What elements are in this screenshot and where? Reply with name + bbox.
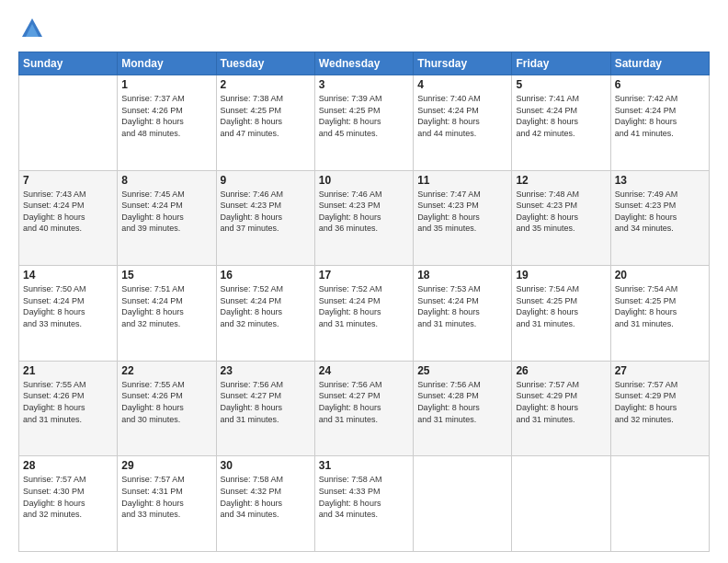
day-info: Sunrise: 7:57 AMSunset: 4:29 PMDaylight:…	[615, 379, 705, 425]
info-line: Daylight: 8 hours	[221, 498, 311, 510]
day-number: 25	[417, 364, 507, 377]
day-number: 3	[319, 78, 409, 91]
info-line: Sunrise: 7:48 AM	[516, 189, 606, 201]
info-line: and 45 minutes.	[319, 128, 409, 140]
info-line: Sunrise: 7:37 AM	[121, 93, 211, 105]
calendar-cell: 28Sunrise: 7:57 AMSunset: 4:30 PMDayligh…	[19, 456, 118, 552]
calendar-cell: 5Sunrise: 7:41 AMSunset: 4:24 PMDaylight…	[512, 75, 610, 171]
info-line: and 30 minutes.	[121, 414, 211, 426]
day-info: Sunrise: 7:54 AMSunset: 4:25 PMDaylight:…	[615, 283, 705, 329]
info-line: and 47 minutes.	[221, 128, 311, 140]
info-line: Sunrise: 7:46 AM	[221, 189, 311, 201]
info-line: Sunset: 4:26 PM	[121, 105, 211, 117]
day-number: 2	[221, 78, 311, 91]
calendar-cell: 16Sunrise: 7:52 AMSunset: 4:24 PMDayligh…	[216, 266, 314, 362]
calendar-cell: 2Sunrise: 7:38 AMSunset: 4:25 PMDaylight…	[216, 75, 314, 171]
info-line: Sunset: 4:26 PM	[121, 390, 211, 402]
info-line: Sunrise: 7:41 AM	[516, 93, 606, 105]
info-line: and 31 minutes.	[319, 318, 409, 330]
info-line: and 31 minutes.	[23, 414, 113, 426]
day-number: 9	[221, 174, 311, 187]
calendar-cell	[512, 456, 610, 552]
day-info: Sunrise: 7:50 AMSunset: 4:24 PMDaylight:…	[23, 283, 113, 329]
calendar-cell: 11Sunrise: 7:47 AMSunset: 4:23 PMDayligh…	[414, 170, 512, 266]
day-number: 23	[221, 364, 311, 377]
day-info: Sunrise: 7:46 AMSunset: 4:23 PMDaylight:…	[221, 189, 311, 235]
calendar-cell: 29Sunrise: 7:57 AMSunset: 4:31 PMDayligh…	[118, 456, 216, 552]
calendar-week-3: 14Sunrise: 7:50 AMSunset: 4:24 PMDayligh…	[19, 266, 710, 362]
day-number: 7	[23, 174, 113, 187]
info-line: and 35 minutes.	[516, 223, 606, 235]
info-line: and 31 minutes.	[516, 414, 606, 426]
day-number: 4	[417, 78, 507, 91]
weekday-header-wednesday: Wednesday	[314, 52, 413, 75]
info-line: Sunset: 4:24 PM	[23, 295, 113, 307]
calendar-cell: 9Sunrise: 7:46 AMSunset: 4:23 PMDaylight…	[216, 170, 314, 266]
info-line: Sunset: 4:24 PM	[23, 200, 113, 212]
info-line: Daylight: 8 hours	[615, 116, 705, 128]
calendar-cell: 27Sunrise: 7:57 AMSunset: 4:29 PMDayligh…	[610, 361, 709, 456]
calendar-cell: 18Sunrise: 7:53 AMSunset: 4:24 PMDayligh…	[414, 266, 512, 362]
day-info: Sunrise: 7:48 AMSunset: 4:23 PMDaylight:…	[516, 189, 606, 235]
info-line: Sunset: 4:33 PM	[319, 486, 409, 498]
calendar-cell: 6Sunrise: 7:42 AMSunset: 4:24 PMDaylight…	[610, 75, 709, 171]
info-line: Sunset: 4:29 PM	[615, 390, 705, 402]
day-number: 15	[121, 269, 211, 282]
info-line: and 39 minutes.	[121, 223, 211, 235]
day-number: 8	[121, 174, 211, 187]
info-line: and 31 minutes.	[417, 414, 507, 426]
day-info: Sunrise: 7:54 AMSunset: 4:25 PMDaylight:…	[516, 283, 606, 329]
info-line: and 48 minutes.	[121, 128, 211, 140]
day-info: Sunrise: 7:41 AMSunset: 4:24 PMDaylight:…	[516, 93, 606, 139]
info-line: Sunset: 4:23 PM	[319, 200, 409, 212]
info-line: Daylight: 8 hours	[417, 212, 507, 224]
calendar-table: SundayMondayTuesdayWednesdayThursdayFrid…	[18, 52, 710, 552]
day-number: 17	[319, 269, 409, 282]
info-line: Sunset: 4:25 PM	[319, 105, 409, 117]
info-line: and 34 minutes.	[221, 509, 311, 521]
info-line: Sunset: 4:23 PM	[417, 200, 507, 212]
logo	[18, 15, 50, 42]
info-line: Sunrise: 7:42 AM	[615, 93, 705, 105]
calendar-cell: 22Sunrise: 7:55 AMSunset: 4:26 PMDayligh…	[118, 361, 216, 456]
day-info: Sunrise: 7:56 AMSunset: 4:27 PMDaylight:…	[221, 379, 311, 425]
day-info: Sunrise: 7:45 AMSunset: 4:24 PMDaylight:…	[121, 189, 211, 235]
info-line: Sunset: 4:26 PM	[23, 390, 113, 402]
info-line: and 33 minutes.	[23, 318, 113, 330]
info-line: Daylight: 8 hours	[23, 212, 113, 224]
calendar-cell: 12Sunrise: 7:48 AMSunset: 4:23 PMDayligh…	[512, 170, 610, 266]
info-line: Daylight: 8 hours	[516, 306, 606, 318]
info-line: Sunrise: 7:54 AM	[615, 283, 705, 295]
day-number: 30	[221, 459, 311, 472]
info-line: and 42 minutes.	[516, 128, 606, 140]
info-line: and 32 minutes.	[615, 414, 705, 426]
info-line: Daylight: 8 hours	[615, 212, 705, 224]
info-line: Sunrise: 7:46 AM	[319, 189, 409, 201]
day-number: 12	[516, 174, 606, 187]
info-line: Daylight: 8 hours	[121, 212, 211, 224]
calendar-cell: 3Sunrise: 7:39 AMSunset: 4:25 PMDaylight…	[314, 75, 413, 171]
info-line: Daylight: 8 hours	[516, 212, 606, 224]
info-line: Sunset: 4:24 PM	[615, 105, 705, 117]
info-line: and 34 minutes.	[615, 223, 705, 235]
info-line: Daylight: 8 hours	[221, 402, 311, 414]
info-line: Daylight: 8 hours	[121, 306, 211, 318]
calendar-cell: 17Sunrise: 7:52 AMSunset: 4:24 PMDayligh…	[314, 266, 413, 362]
info-line: Sunset: 4:30 PM	[23, 486, 113, 498]
info-line: Sunrise: 7:52 AM	[319, 283, 409, 295]
day-info: Sunrise: 7:52 AMSunset: 4:24 PMDaylight:…	[221, 283, 311, 329]
day-info: Sunrise: 7:39 AMSunset: 4:25 PMDaylight:…	[319, 93, 409, 139]
day-info: Sunrise: 7:49 AMSunset: 4:23 PMDaylight:…	[615, 189, 705, 235]
info-line: Sunrise: 7:56 AM	[417, 379, 507, 391]
day-number: 10	[319, 174, 409, 187]
info-line: Daylight: 8 hours	[417, 306, 507, 318]
day-number: 1	[121, 78, 211, 91]
info-line: Sunrise: 7:39 AM	[319, 93, 409, 105]
info-line: and 40 minutes.	[23, 223, 113, 235]
info-line: Daylight: 8 hours	[615, 306, 705, 318]
calendar-cell: 13Sunrise: 7:49 AMSunset: 4:23 PMDayligh…	[610, 170, 709, 266]
info-line: and 41 minutes.	[615, 128, 705, 140]
day-number: 19	[516, 269, 606, 282]
day-number: 22	[121, 364, 211, 377]
day-info: Sunrise: 7:58 AMSunset: 4:33 PMDaylight:…	[319, 474, 409, 520]
